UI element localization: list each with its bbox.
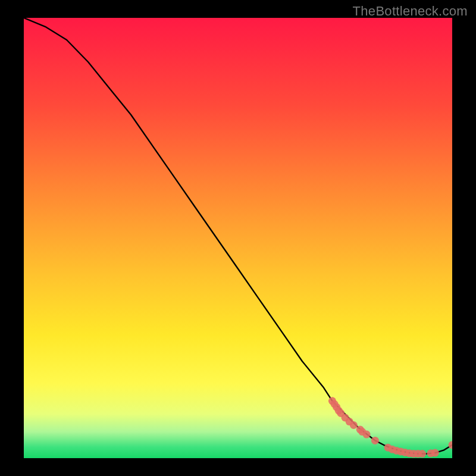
data-marker (431, 449, 439, 457)
data-marker (363, 431, 371, 439)
data-markers (328, 397, 452, 458)
data-marker (371, 437, 379, 444)
bottleneck-curve (24, 18, 452, 454)
chart-frame: TheBottleneck.com (0, 0, 476, 476)
plot-area (24, 18, 452, 458)
chart-svg (24, 18, 452, 458)
data-marker (350, 421, 358, 429)
watermark-text: TheBottleneck.com (353, 4, 468, 19)
data-marker (418, 450, 426, 458)
